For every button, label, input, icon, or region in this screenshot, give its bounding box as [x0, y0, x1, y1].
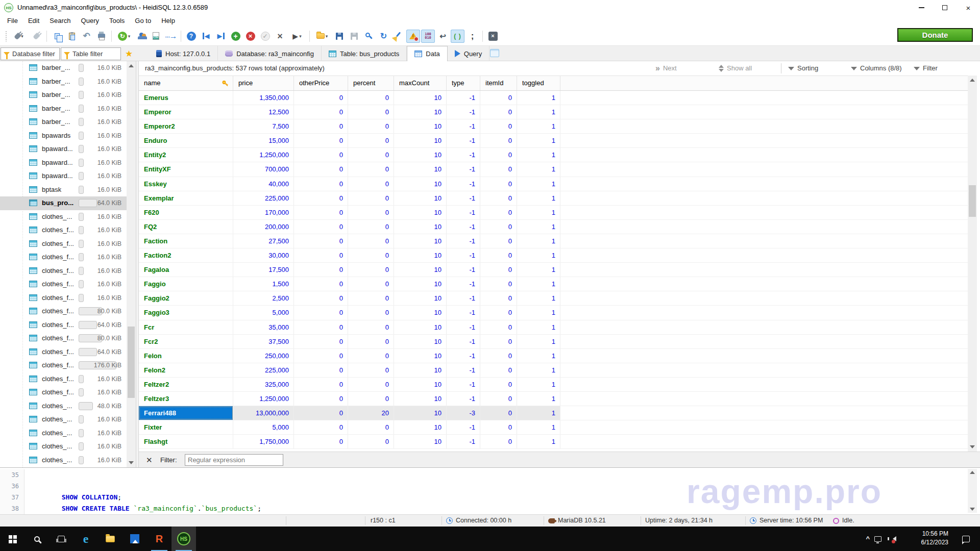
cell-itemId[interactable]: 0: [480, 148, 517, 162]
cell-itemId[interactable]: 0: [480, 134, 517, 147]
column-header-name[interactable]: name: [139, 76, 233, 90]
cell-price[interactable]: 1,250,000: [233, 392, 294, 406]
grid-row[interactable]: Felon2 225,000 0 0 10 -1 0 1: [139, 363, 968, 378]
grid-row[interactable]: Entity2 1,250,000 0 0 10 -1 0 1: [139, 148, 968, 162]
discard-changes-button[interactable]: ×: [273, 30, 287, 43]
cell-toggled[interactable]: 1: [517, 162, 560, 176]
tree-item[interactable]: clothes_f... 16.0 KiB: [0, 251, 136, 264]
cell-itemId[interactable]: 0: [480, 191, 517, 205]
cell-toggled[interactable]: 1: [517, 177, 560, 191]
cell-type[interactable]: -1: [447, 134, 480, 147]
cell-type[interactable]: -1: [447, 119, 480, 133]
cell-maxCount[interactable]: 10: [394, 162, 447, 176]
cell-maxCount[interactable]: 10: [394, 220, 447, 234]
cell-price[interactable]: 17,500: [233, 263, 294, 277]
scroll-down-icon[interactable]: [970, 445, 975, 448]
cell-type[interactable]: -1: [447, 392, 480, 406]
cell-percent[interactable]: 0: [348, 392, 394, 406]
cell-maxCount[interactable]: 10: [394, 234, 447, 248]
insert-row-button[interactable]: +: [229, 30, 242, 43]
file-explorer-taskbar-button[interactable]: [98, 527, 122, 551]
cell-otherPrice[interactable]: 0: [294, 392, 348, 406]
connect-button[interactable]: [10, 30, 29, 43]
cell-percent[interactable]: 0: [348, 177, 394, 191]
cell-price[interactable]: 225,000: [233, 191, 294, 205]
post-changes-button[interactable]: ✓: [258, 30, 272, 43]
tree-item[interactable]: clothes_... 48.0 KiB: [0, 399, 136, 413]
tree-item[interactable]: clothes_f... 176.0 KiB: [0, 359, 136, 372]
tree-item[interactable]: barber_... 16.0 KiB: [0, 61, 136, 75]
cell-toggled[interactable]: 1: [517, 291, 560, 305]
cell-otherPrice[interactable]: 0: [294, 263, 348, 277]
cell-name[interactable]: Faggio: [139, 277, 233, 291]
cell-itemId[interactable]: 0: [480, 392, 517, 406]
cell-itemId[interactable]: 0: [480, 91, 517, 105]
tree-item[interactable]: clothes_... 16.0 KiB: [0, 427, 136, 440]
column-header-type[interactable]: type: [447, 76, 480, 90]
cell-toggled[interactable]: 1: [517, 263, 560, 277]
cell-maxCount[interactable]: 10: [394, 335, 447, 348]
tree-item[interactable]: clothes_f... 16.0 KiB: [0, 372, 136, 386]
grid-row[interactable]: Felon 250,000 0 0 10 -1 0 1: [139, 349, 968, 363]
grid-row[interactable]: Faggio 1,500 0 0 10 -1 0 1: [139, 277, 968, 291]
cell-toggled[interactable]: 1: [517, 91, 560, 105]
cell-name[interactable]: Esskey: [139, 177, 233, 191]
copy-button[interactable]: [50, 30, 64, 43]
cell-itemId[interactable]: 0: [480, 220, 517, 234]
task-view-button[interactable]: [49, 527, 74, 551]
cell-price[interactable]: 13,000,000: [233, 406, 294, 420]
tray-expand-chevron[interactable]: ^: [866, 527, 870, 551]
cell-percent[interactable]: 0: [348, 91, 394, 105]
cell-name[interactable]: Feltzer2: [139, 378, 233, 391]
cell-percent[interactable]: 0: [348, 148, 394, 162]
sql-scrollbar[interactable]: [968, 469, 977, 513]
donate-button[interactable]: Donate: [897, 28, 973, 42]
cell-price[interactable]: 200,000: [233, 220, 294, 234]
cell-otherPrice[interactable]: 0: [294, 363, 348, 377]
cell-itemId[interactable]: 0: [480, 406, 517, 420]
scroll-down-icon[interactable]: [129, 461, 134, 464]
cell-otherPrice[interactable]: 0: [294, 406, 348, 420]
database-filter-input[interactable]: Database filter: [1, 47, 60, 60]
taskbar-search-button[interactable]: [24, 527, 49, 551]
cell-maxCount[interactable]: 10: [394, 349, 447, 363]
cell-maxCount[interactable]: 10: [394, 148, 447, 162]
tree-item[interactable]: clothes_f... 16.0 KiB: [0, 386, 136, 399]
cell-maxCount[interactable]: 10: [394, 320, 447, 334]
grid-row[interactable]: Emperor2 7,500 0 0 10 -1 0 1: [139, 119, 968, 134]
cell-name[interactable]: Ferrari488: [139, 406, 233, 420]
favorites-star-icon[interactable]: ★: [125, 47, 133, 60]
cell-itemId[interactable]: 0: [480, 248, 517, 262]
cell-itemId[interactable]: 0: [480, 177, 517, 191]
cell-name[interactable]: Faction2: [139, 248, 233, 262]
cell-percent[interactable]: 0: [348, 291, 394, 305]
column-header-price[interactable]: price: [233, 76, 294, 90]
cell-maxCount[interactable]: 10: [394, 277, 447, 291]
cell-percent[interactable]: 0: [348, 335, 394, 348]
tree-item[interactable]: clothes_f... 16.0 KiB: [0, 291, 136, 305]
cell-type[interactable]: -1: [447, 162, 480, 176]
cell-otherPrice[interactable]: 0: [294, 306, 348, 319]
grid-row[interactable]: Feltzer2 325,000 0 0 10 -1 0 1: [139, 378, 968, 392]
warnings-toggle[interactable]: [406, 30, 420, 43]
save-button[interactable]: [332, 30, 346, 43]
cell-otherPrice[interactable]: 0: [294, 162, 348, 176]
cell-price[interactable]: 12,500: [233, 105, 294, 119]
scrollbar-thumb[interactable]: [128, 327, 135, 398]
cell-percent[interactable]: 0: [348, 435, 394, 448]
tree-item[interactable]: clothes_f... 16.0 KiB: [0, 237, 136, 251]
open-file-button[interactable]: [313, 30, 331, 43]
cell-otherPrice[interactable]: 0: [294, 234, 348, 248]
tab[interactable]: Host: 127.0.0.1: [149, 46, 218, 61]
tree-item[interactable]: barber_... 16.0 KiB: [0, 102, 136, 116]
grid-row[interactable]: Esskey 40,000 0 0 10 -1 0 1: [139, 177, 968, 191]
sql-line[interactable]: 36 SHOW CREATE TABLE `ra3_mainconfig`.`b…: [0, 481, 980, 492]
tab[interactable]: Query: [448, 46, 489, 61]
cell-name[interactable]: Exemplar: [139, 191, 233, 205]
tab[interactable]: Table: bus_products: [322, 46, 407, 61]
cell-type[interactable]: -1: [447, 91, 480, 105]
cell-price[interactable]: 40,000: [233, 177, 294, 191]
cell-price[interactable]: 1,350,000: [233, 91, 294, 105]
sorting-button[interactable]: Sorting: [788, 61, 818, 76]
cell-percent[interactable]: 0: [348, 220, 394, 234]
